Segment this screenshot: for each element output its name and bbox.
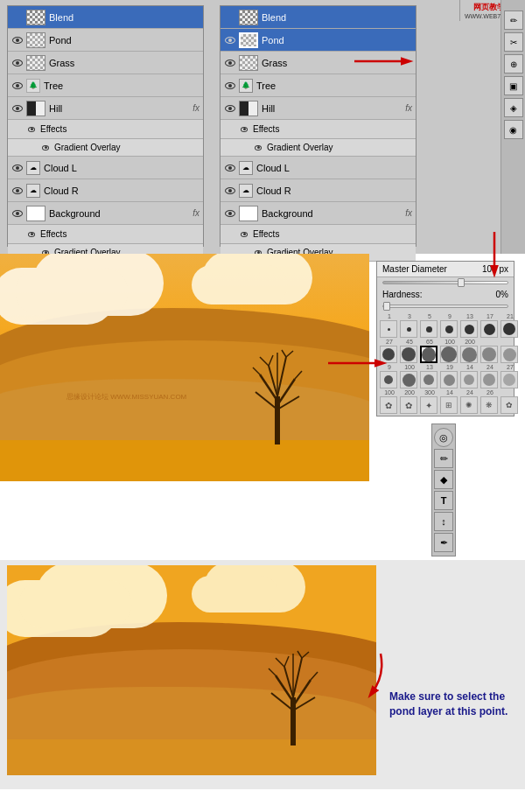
layer-row-effects-bg: Effects — [8, 225, 203, 244]
layer-row-tree-left[interactable]: 🌲 Tree — [8, 74, 203, 97]
tool-btn-brush[interactable]: ✏ — [504, 10, 523, 30]
layer-thumb-tree: 🌲 — [26, 79, 40, 93]
brush-cell[interactable] — [440, 346, 458, 363]
layer-row-gradient-r1: Gradient Overlay — [220, 139, 416, 157]
bottom-section: Make sure to select the pond layer at th… — [0, 560, 525, 789]
layer-row-pond-left[interactable]: Pond — [8, 29, 203, 52]
brush-cell[interactable] — [480, 371, 498, 388]
tool-circle[interactable]: ◎ — [434, 428, 453, 447]
layer-name-cloudl-r: Cloud L — [256, 163, 416, 173]
eye-icon — [11, 11, 24, 24]
tool-btn-pencil[interactable]: ▣ — [504, 76, 523, 95]
tool-pen[interactable]: ✒ — [434, 533, 453, 552]
brush-title: Master Diameter — [382, 264, 447, 274]
layer-row-hill-right[interactable]: Hill fx — [220, 97, 416, 120]
brush-cell[interactable]: ✿ — [380, 396, 397, 414]
brush-cell[interactable]: ✦ — [420, 396, 438, 414]
note-text: Make sure to select the pond layer at th… — [389, 690, 516, 719]
layer-row-bg-right[interactable]: Background fx — [220, 202, 416, 225]
brush-cell[interactable] — [400, 346, 417, 363]
layer-name-grass: Grass — [49, 58, 203, 68]
layer-thumb — [239, 55, 258, 71]
eye-icon — [224, 185, 236, 197]
eye-icon — [238, 228, 250, 241]
brush-cell-selected[interactable] — [420, 346, 438, 363]
eye-icon — [39, 142, 52, 154]
tool-brush[interactable]: ✏ — [434, 449, 453, 468]
layer-name-hill: Hill — [49, 103, 192, 114]
tool-type[interactable]: T — [434, 491, 453, 510]
effect-label-bg: Effects — [40, 229, 66, 239]
brush-row-1 — [380, 320, 511, 338]
layer-row-grass-left[interactable]: Grass — [8, 52, 203, 74]
brush-cell[interactable] — [440, 320, 458, 338]
eye-icon — [224, 80, 236, 92]
svg-line-8 — [277, 357, 286, 396]
tool-btn-clone[interactable]: ✂ — [504, 32, 523, 52]
layer-row-blend-left[interactable]: Blend — [8, 6, 203, 29]
eye-icon — [11, 207, 24, 220]
tool-btn-burn[interactable]: ◉ — [504, 120, 523, 139]
layer-name-tree-r: Tree — [256, 80, 416, 91]
layer-name: Blend — [262, 12, 416, 23]
hardness-slider[interactable] — [382, 304, 508, 308]
layer-thumb: 🌲 — [239, 79, 253, 93]
brush-num-row: 1 3 5 9 13 17 21 — [380, 313, 511, 319]
layer-thumb: ☁ — [239, 161, 253, 175]
layer-row-cloudl-right[interactable]: ☁ Cloud L — [220, 157, 416, 179]
brush-cell[interactable] — [420, 320, 438, 338]
tool-btn-eraser[interactable]: ⊕ — [504, 54, 523, 74]
hardness-slider-row[interactable] — [377, 301, 514, 312]
brush-cell[interactable] — [420, 371, 438, 388]
tool-drop[interactable]: ◆ — [434, 470, 453, 489]
brush-cell[interactable] — [480, 320, 498, 338]
brush-cell[interactable] — [460, 371, 478, 388]
eye-icon — [25, 123, 38, 136]
hill-front — [0, 379, 369, 447]
layer-name-bg-r: Background — [262, 208, 405, 219]
layer-thumb — [239, 10, 258, 25]
brush-cell[interactable]: ✺ — [460, 396, 478, 414]
cloud-1-b — [18, 580, 132, 628]
brush-cell[interactable] — [400, 371, 417, 388]
brush-cell[interactable] — [500, 320, 518, 338]
svg-line-32 — [269, 668, 276, 676]
layer-thumb — [239, 101, 258, 116]
layer-row-cloudr-left[interactable]: ☁ Cloud R — [8, 179, 203, 202]
brush-cell[interactable] — [460, 346, 478, 363]
eye-icon — [11, 57, 24, 69]
diameter-slider[interactable] — [382, 281, 508, 284]
layer-name-tree: Tree — [44, 80, 203, 91]
brush-cell[interactable]: ✿ — [500, 396, 518, 414]
brush-cell[interactable]: ❋ — [480, 396, 498, 414]
svg-line-13 — [286, 351, 293, 357]
tree-svg — [251, 348, 304, 444]
layer-row-cloudl-left[interactable]: ☁ Cloud L — [8, 157, 203, 179]
tool-btn-dodge[interactable]: ◈ — [504, 98, 523, 117]
brush-cell[interactable]: ✿ — [400, 396, 417, 414]
eye-icon — [224, 34, 236, 46]
brush-cell[interactable] — [380, 320, 397, 338]
brush-cell[interactable] — [500, 346, 518, 363]
cloud-1 — [15, 268, 129, 316]
brush-cell[interactable] — [460, 320, 478, 338]
eye-icon — [11, 34, 24, 46]
layer-row-blend-right[interactable]: Blend — [220, 6, 416, 29]
tool-arrow[interactable]: ↕ — [434, 512, 453, 531]
brush-cell[interactable]: ⊞ — [440, 396, 458, 414]
layer-row-cloudr-right[interactable]: ☁ Cloud R — [220, 179, 416, 202]
layer-row-effects-1: Effects — [8, 120, 203, 139]
effect-label-rbg: Effects — [253, 229, 279, 239]
brush-cell[interactable] — [480, 346, 498, 363]
layer-thumb — [239, 32, 258, 48]
brush-cell[interactable] — [440, 371, 458, 388]
eye-icon — [224, 162, 236, 174]
layer-row-bg-left[interactable]: Background fx — [8, 202, 203, 225]
svg-line-30 — [298, 651, 302, 658]
right-toolbar: ✏ ✂ ⊕ ▣ ◈ ◉ — [500, 0, 525, 254]
slider-thumb — [458, 278, 465, 287]
fx-badge-bg: fx — [192, 208, 200, 218]
brush-cell[interactable] — [500, 371, 518, 388]
layer-row-hill-left[interactable]: Hill fx — [8, 97, 203, 120]
brush-cell[interactable] — [400, 320, 417, 338]
